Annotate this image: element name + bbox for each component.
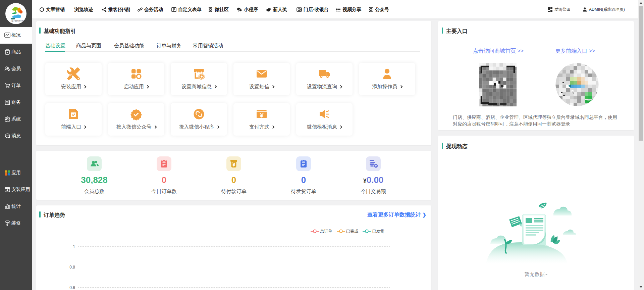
svg-text:盐7游YanTin: 盐7游YanTin (11, 19, 24, 22)
